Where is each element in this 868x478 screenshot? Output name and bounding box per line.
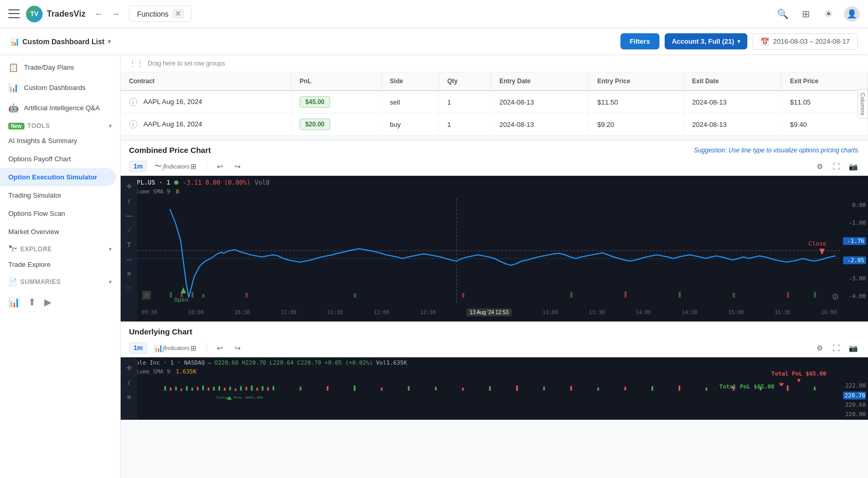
chart-live-dot xyxy=(174,180,178,185)
sma-value: 8 xyxy=(176,188,179,195)
cell-pnl: $45.00 xyxy=(291,91,381,113)
trend-line-tool[interactable]: ⟋ xyxy=(123,224,135,236)
explore-chevron-icon[interactable]: ▾ xyxy=(109,246,112,253)
x-label-1000: 10:00 xyxy=(188,309,203,315)
svg-rect-22 xyxy=(175,387,177,391)
favorite-tool[interactable]: ♡ xyxy=(123,282,135,294)
underlying-screenshot-icon[interactable]: 📷 xyxy=(846,341,860,355)
sidebar-item-label: Trading Simulator xyxy=(8,191,61,199)
underlying-crosshair-tool[interactable]: ✛ xyxy=(123,361,135,374)
cell-pnl: $20.00 xyxy=(291,113,381,136)
nav-arrows: ← → xyxy=(92,7,123,21)
search-icon-button[interactable]: 🔍 xyxy=(775,7,790,21)
sidebar-item-trade-day-plans[interactable]: 📋 Trade/Day Plans xyxy=(0,57,120,77)
sidebar-item-custom-dashboards[interactable]: 📊 Custom Dashboards xyxy=(0,77,120,98)
underlying-y-220-60: 220.60 xyxy=(843,402,866,408)
cell-entry-price: $11.50 xyxy=(589,91,683,113)
svg-rect-55 xyxy=(679,385,680,391)
combined-chart-canvas: AAPL.US · 1 -3.11 0.00 (0.00%) Vol8 Volu… xyxy=(121,176,868,321)
cell-contract: i AAPL Aug 16, 2024 xyxy=(121,113,291,136)
chart-fullscreen-icon[interactable]: ⛶ xyxy=(830,160,843,173)
crosshair-tool[interactable]: ✛ xyxy=(123,180,135,192)
horizontal-line-tool[interactable]: ― xyxy=(123,209,135,222)
chart-settings-icon[interactable]: ⚙ xyxy=(813,160,826,173)
chart-settings-bottom-icon[interactable]: ⚙ xyxy=(832,292,839,302)
table-row: i AAPL Aug 16, 2024 $20.00 buy 1 2024-08… xyxy=(121,113,868,136)
sidebar-item-ai-insights[interactable]: AI Insights & Summary xyxy=(0,132,120,150)
functions-button[interactable]: Functions ⌘ xyxy=(129,6,191,22)
sidebar-explore-section: 🔭 Explore ▾ xyxy=(0,241,120,255)
sidebar-item-trade-explore[interactable]: Trade Explore xyxy=(0,255,120,274)
more-tool[interactable]: ≡ xyxy=(123,267,135,280)
sidebar-item-label: Options Flow Scan xyxy=(8,210,65,217)
underlying-fullscreen-icon[interactable]: ⛶ xyxy=(830,341,843,355)
underlying-chart-canvas: Apple Inc · 1 · NASDAQ — O220.66 H220.70… xyxy=(121,357,868,420)
cell-contract: i AAPL Aug 16, 2024 xyxy=(121,91,291,113)
underlying-grid-icon[interactable]: ⊞ xyxy=(187,341,200,355)
date-range-button[interactable]: 📅 2016-08-03 – 2024-08-17 xyxy=(753,33,858,50)
cell-side: sell xyxy=(381,91,438,113)
account-label: Account 3, Full (21) xyxy=(672,37,734,45)
underlying-chart-toolbar-right: ⚙ ⛶ 📷 xyxy=(813,341,860,355)
col-header-qty: Qty xyxy=(438,72,490,91)
grid-icon-button[interactable]: ⊞ xyxy=(798,7,813,21)
user-avatar[interactable]: 👤 xyxy=(844,6,860,22)
sidebar-item-market-overview[interactable]: Market Overview xyxy=(0,223,120,241)
main-layout: 📋 Trade/Day Plans 📊 Custom Dashboards 🤖 … xyxy=(0,55,868,478)
menu-icon[interactable] xyxy=(8,8,20,20)
theme-icon-button[interactable]: ☀ xyxy=(821,7,836,21)
combined-chart-title: Combined Price Chart xyxy=(129,146,211,154)
dashboard-icon: 📊 xyxy=(10,37,19,46)
tradingview-logo: ▣ xyxy=(141,288,151,301)
y-label-3: -3.00 xyxy=(843,275,866,282)
combined-chart-toolbar: 1m 〜 𝑓 Indicators ⊞ ↩ ↪ ⚙ ⛶ 📷 xyxy=(121,158,868,176)
columns-tab[interactable]: Columns xyxy=(858,89,868,119)
sidebar-item-options-flow-scan[interactable]: Options Flow Scan xyxy=(0,204,120,223)
redo-icon[interactable]: ↪ xyxy=(231,160,244,173)
chart-vol: Vol8 xyxy=(255,179,270,186)
underlying-redo-icon[interactable]: ↪ xyxy=(231,341,244,355)
bar-chart-icon[interactable]: 📊 xyxy=(8,296,20,308)
underlying-line-tool[interactable]: / xyxy=(123,376,135,389)
dashboard-title[interactable]: 📊 Custom Dashboard List ▾ xyxy=(10,37,111,46)
sidebar-item-option-execution[interactable]: Option Execution Simulator xyxy=(0,168,116,186)
sidebar-item-trading-simulator[interactable]: Trading Simulator xyxy=(0,186,120,204)
sidebar-item-options-payoff[interactable]: Options Payoff Chart xyxy=(0,150,120,168)
sidebar-item-ai-qa[interactable]: 🤖 Artificial Intelligence Q&A xyxy=(0,98,120,118)
sidebar-item-label: Custom Dashboards xyxy=(24,84,86,92)
grid-view-icon[interactable]: ⊞ xyxy=(187,160,200,173)
cell-exit-price: $11.05 xyxy=(782,91,868,113)
video-icon[interactable]: ▶ xyxy=(44,296,51,308)
svg-rect-44 xyxy=(381,387,382,391)
underlying-time-1m-button[interactable]: 1m xyxy=(129,342,147,354)
tools-row: New Tools xyxy=(8,122,50,130)
chart-screenshot-icon[interactable]: 📷 xyxy=(846,160,860,173)
pnl-badge: $45.00 xyxy=(300,96,330,108)
underlying-indicators-button[interactable]: 𝑓 Indicators xyxy=(169,341,183,355)
indicators-button[interactable]: 𝑓 Indicators xyxy=(169,160,183,173)
measure-tool[interactable]: ↔ xyxy=(123,253,135,265)
tools-chevron-icon[interactable]: ▾ xyxy=(109,122,112,130)
x-label-0930: 09:30 xyxy=(141,309,157,315)
upload-icon[interactable]: ⬆ xyxy=(28,296,36,308)
time-1m-button[interactable]: 1m xyxy=(129,161,147,172)
cell-qty: 1 xyxy=(438,91,490,113)
total-pnl-label-green: Total PnL $65.00 xyxy=(719,383,774,390)
undo-icon[interactable]: ↩ xyxy=(213,160,227,173)
underlying-undo-icon[interactable]: ↩ xyxy=(213,341,227,355)
text-tool[interactable]: T xyxy=(123,238,135,251)
line-tool[interactable]: / xyxy=(123,195,135,207)
underlying-more-tool[interactable]: ≡ xyxy=(123,391,135,403)
sidebar-item-label: Artificial Intelligence Q&A xyxy=(24,104,100,112)
filters-button[interactable]: Filters xyxy=(620,33,659,49)
indicators-label: Indicators xyxy=(165,163,190,170)
info-icon[interactable]: i xyxy=(129,120,137,128)
summaries-chevron-icon[interactable]: ▾ xyxy=(109,278,112,286)
info-icon[interactable]: i xyxy=(129,98,137,106)
underlying-settings-icon[interactable]: ⚙ xyxy=(813,341,826,355)
forward-arrow[interactable]: → xyxy=(108,7,123,21)
account-button[interactable]: Account 3, Full (21) ▾ xyxy=(665,33,747,49)
svg-rect-41 xyxy=(300,387,301,391)
back-arrow[interactable]: ← xyxy=(92,7,106,21)
svg-text:Total PnL $65.00: Total PnL $65.00 xyxy=(216,396,263,399)
